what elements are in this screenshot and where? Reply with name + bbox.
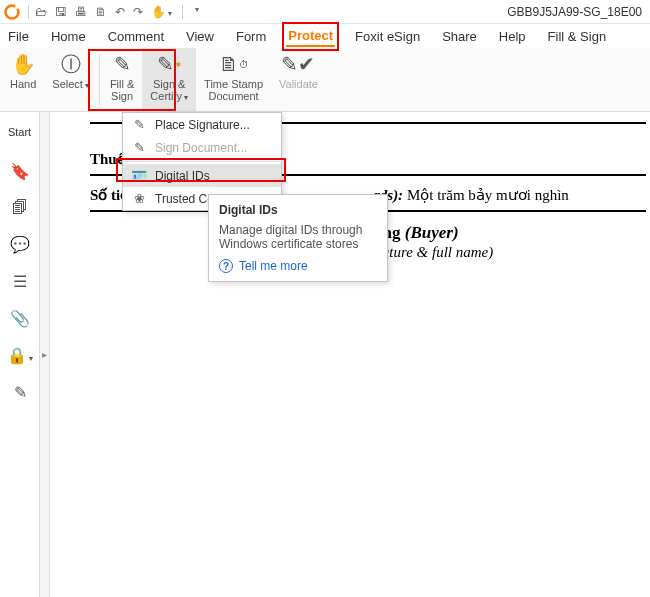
hand-qat-icon[interactable]: ✋▾	[151, 5, 172, 19]
pen-icon: ✎	[131, 117, 147, 132]
comments-icon[interactable]: 💬	[10, 235, 30, 254]
bookmark-icon[interactable]: 🔖	[10, 162, 30, 181]
layers-icon[interactable]: ☰	[13, 272, 27, 291]
pages-icon[interactable]: 🗐	[12, 199, 28, 217]
validate-icon: ✎✔	[281, 52, 315, 76]
start-label: Start	[8, 126, 31, 138]
menu-home[interactable]: Home	[49, 27, 88, 46]
signature-panel-icon[interactable]: ✎	[14, 383, 27, 402]
redo-icon[interactable]: ↷	[133, 5, 143, 19]
save-icon[interactable]: 🖫	[55, 5, 67, 19]
menu-help[interactable]: Help	[497, 27, 528, 46]
quick-access-toolbar: 🗁 🖫 🖶 🗎 ↶ ↷ ✋▾ ▾	[35, 5, 199, 19]
ribbon-validate: ✎✔ Validate	[271, 48, 326, 111]
time-stamp-icon: 🗎⏱	[219, 52, 249, 76]
hand-icon: ✋	[11, 52, 36, 76]
ribbon-fill-sign[interactable]: ✎ Fill & Sign	[102, 48, 142, 111]
pen-sign-icon: ✎	[131, 140, 147, 155]
document-title: GBB9J5JA99-SG_18E00	[507, 5, 646, 19]
qat-more-icon[interactable]: ▾	[195, 5, 199, 19]
ribbon-select[interactable]: Ⓘ Select▾	[44, 48, 97, 111]
svg-point-1	[15, 5, 19, 9]
app-logo-icon	[4, 4, 20, 20]
tooltip-digital-ids: Digital IDs Manage digital IDs through W…	[208, 194, 388, 282]
title-bar: 🗁 🖫 🖶 🗎 ↶ ↷ ✋▾ ▾ GBB9J5JA99-SG_18E00	[0, 0, 650, 24]
menu-file[interactable]: File	[6, 27, 31, 46]
menu-share[interactable]: Share	[440, 27, 479, 46]
expand-handle[interactable]: ▸	[40, 112, 50, 597]
menu-bar: File Home Comment View Form Protect Foxi…	[0, 24, 650, 48]
ribbon-time-stamp[interactable]: 🗎⏱ Time Stamp Document	[196, 48, 271, 111]
menuitem-sign-document: ✎ Sign Document...	[123, 136, 281, 159]
select-icon: Ⓘ	[61, 52, 81, 76]
sidebar-icons: 🔖 🗐 💬 ☰ 📎 🔒▾ ✎	[0, 162, 40, 402]
ribbon-hand[interactable]: ✋ Hand	[2, 48, 44, 111]
start-panel[interactable]: Start 🔖 🗐 💬 ☰ 📎 🔒▾ ✎	[0, 112, 40, 597]
menu-fill-sign[interactable]: Fill & Sign	[546, 27, 609, 46]
menu-foxit-esign[interactable]: Foxit eSign	[353, 27, 422, 46]
help-circle-icon: ?	[219, 259, 233, 273]
tooltip-tell-me-more[interactable]: ? Tell me more	[219, 259, 377, 273]
print-icon[interactable]: 🖶	[75, 5, 87, 19]
attachments-icon[interactable]: 📎	[10, 309, 30, 328]
page-icon[interactable]: 🗎	[95, 5, 107, 19]
open-icon[interactable]: 🗁	[35, 5, 47, 19]
menu-protect[interactable]: Protect	[286, 26, 335, 47]
sign-certify-icon: ✎✶	[157, 52, 182, 76]
tooltip-body: Manage digital IDs through Windows certi…	[219, 223, 377, 251]
menuitem-digital-ids[interactable]: 🪪 Digital IDs	[123, 164, 281, 187]
undo-icon[interactable]: ↶	[115, 5, 125, 19]
ribbon-sign-certify[interactable]: ✎✶ Sign & Certify▾	[142, 48, 196, 111]
menu-form[interactable]: Form	[234, 27, 268, 46]
pencil-icon: ✎	[114, 52, 131, 76]
menuitem-place-signature[interactable]: ✎ Place Signature...	[123, 113, 281, 136]
certificate-icon: ❀	[131, 191, 147, 206]
id-card-icon: 🪪	[131, 168, 147, 183]
menu-view[interactable]: View	[184, 27, 216, 46]
ribbon-protect: ✋ Hand Ⓘ Select▾ ✎ Fill & Sign ✎✶ Sign &…	[0, 48, 650, 112]
security-icon[interactable]: 🔒▾	[7, 346, 33, 365]
tooltip-title: Digital IDs	[219, 203, 377, 217]
menu-comment[interactable]: Comment	[106, 27, 166, 46]
